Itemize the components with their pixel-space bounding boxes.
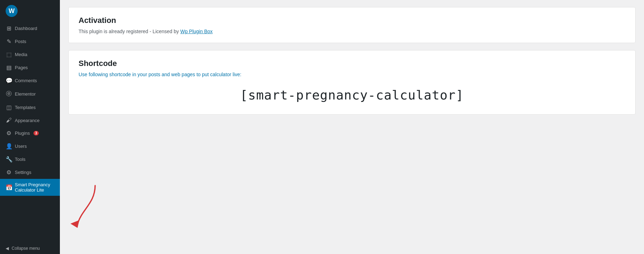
- sidebar-item-label: Settings: [15, 170, 31, 175]
- sidebar-item-label: Pages: [15, 65, 28, 70]
- sidebar-item-templates[interactable]: ◫ Templates: [0, 101, 60, 114]
- activation-title: Activation: [79, 16, 625, 25]
- activation-card: Activation This plugin is already regist…: [68, 7, 636, 43]
- collapse-menu[interactable]: ◀ Collapse menu: [0, 243, 60, 254]
- smart-pregnancy-icon: 📅: [6, 184, 12, 191]
- sidebar-item-label: Dashboard: [15, 26, 37, 31]
- pages-icon: ▤: [6, 64, 12, 71]
- shortcode-code: [smart-pregnancy-calculator]: [79, 77, 625, 106]
- sidebar-item-label: Comments: [15, 78, 37, 83]
- svg-marker-0: [70, 220, 79, 228]
- templates-icon: ◫: [6, 104, 12, 111]
- main-content: Activation This plugin is already regist…: [60, 0, 644, 254]
- users-icon: 👤: [6, 143, 12, 150]
- sidebar-item-label: Users: [15, 144, 27, 149]
- media-icon: ⬚: [6, 51, 12, 58]
- arrow-svg: [67, 182, 109, 231]
- dashboard-icon: ⊞: [6, 25, 12, 32]
- activation-text: This plugin is already registered - Lice…: [79, 29, 625, 34]
- plugins-icon: ⚙: [6, 130, 12, 137]
- sidebar-item-smart-pregnancy[interactable]: 📅 Smart Pregnancy Calculator Lite: [0, 179, 60, 196]
- shortcode-card: Shortcode Use following shortcode in you…: [68, 50, 636, 115]
- sidebar-item-label: Plugins: [15, 131, 30, 136]
- shortcode-description: Use following shortcode in your posts an…: [79, 72, 625, 77]
- sidebar: W ⊞ Dashboard ✎ Posts ⬚ Media ▤ Pages 💬 …: [0, 0, 60, 254]
- activation-description: This plugin is already registered - Lice…: [79, 29, 180, 34]
- sidebar-item-label: Elementor: [15, 91, 36, 97]
- plugins-badge: 3: [33, 131, 39, 135]
- arrow-annotation: [67, 182, 109, 233]
- sidebar-item-comments[interactable]: 💬 Comments: [0, 74, 60, 87]
- collapse-label: Collapse menu: [12, 246, 40, 251]
- wordpress-logo-icon: W: [6, 5, 18, 17]
- sidebar-item-elementor[interactable]: ⓔ Elementor: [0, 87, 60, 101]
- tools-icon: 🔧: [6, 156, 12, 163]
- sidebar-item-settings[interactable]: ⚙ Settings: [0, 166, 60, 179]
- sidebar-item-appearance[interactable]: 🖌 Appearance: [0, 114, 60, 127]
- sidebar-logo[interactable]: W: [0, 0, 60, 22]
- sidebar-item-label: Media: [15, 52, 27, 57]
- elementor-icon: ⓔ: [6, 90, 12, 98]
- wp-plugin-box-link[interactable]: Wp Plugin Box: [180, 29, 213, 34]
- sidebar-item-dashboard[interactable]: ⊞ Dashboard: [0, 22, 60, 35]
- comments-icon: 💬: [6, 77, 12, 84]
- sidebar-item-label: Tools: [15, 157, 25, 162]
- sidebar-item-users[interactable]: 👤 Users: [0, 140, 60, 153]
- sidebar-item-pages[interactable]: ▤ Pages: [0, 61, 60, 74]
- shortcode-title: Shortcode: [79, 59, 625, 68]
- settings-icon: ⚙: [6, 169, 12, 176]
- sidebar-item-label: Templates: [15, 105, 36, 110]
- sidebar-item-tools[interactable]: 🔧 Tools: [0, 153, 60, 166]
- sidebar-item-posts[interactable]: ✎ Posts: [0, 35, 60, 48]
- appearance-icon: 🖌: [6, 117, 12, 123]
- sidebar-item-label: Appearance: [15, 118, 39, 123]
- sidebar-item-media[interactable]: ⬚ Media: [0, 48, 60, 61]
- collapse-icon: ◀: [6, 246, 9, 251]
- sidebar-item-label: Smart Pregnancy Calculator Lite: [15, 182, 54, 193]
- posts-icon: ✎: [6, 38, 12, 45]
- sidebar-item-plugins[interactable]: ⚙ Plugins 3: [0, 127, 60, 140]
- sidebar-item-label: Posts: [15, 39, 26, 44]
